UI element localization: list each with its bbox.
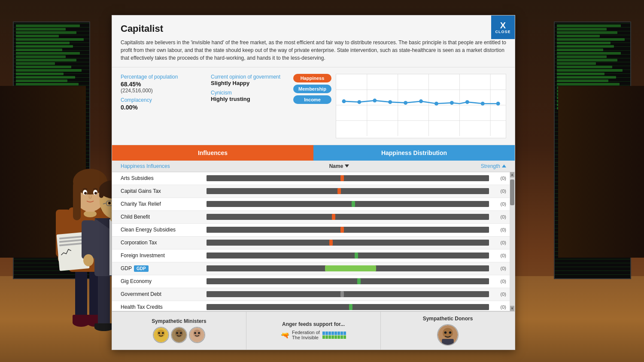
minister-avatar-1[interactable] <box>153 327 169 343</box>
population-sub: (224,516,000) <box>121 88 198 94</box>
influence-row[interactable]: Gig Economy(0) <box>112 275 515 288</box>
anger-section: 🔫 Federation of The Invisible <box>281 330 346 340</box>
influence-name: Capital Gains Tax <box>121 188 207 194</box>
svg-point-73 <box>162 332 164 334</box>
influence-value: (0) <box>489 266 506 271</box>
influence-name: Government Debt <box>121 291 207 297</box>
influences-list[interactable]: Arts Subsidies(0)Capital Gains Tax(0)Cha… <box>112 172 515 311</box>
svg-point-66 <box>450 101 454 105</box>
influence-row[interactable]: GDPGDP(0) <box>112 262 515 275</box>
stats-section: Percentage of population 68.45% (224,516… <box>112 67 515 145</box>
tab-happiness-distribution[interactable]: Happiness Distribution <box>313 145 515 161</box>
influence-name: Clean Energy Subsidies <box>121 227 207 233</box>
scroll-down-button[interactable]: ▼ <box>510 306 514 311</box>
sort-up-arrow <box>502 164 506 167</box>
svg-point-59 <box>342 99 346 103</box>
sort-down-arrow <box>345 164 349 167</box>
ministers-avatars <box>153 327 205 343</box>
influence-row[interactable]: Arts Subsidies(0) <box>112 172 515 185</box>
scroll-up-button[interactable]: ▲ <box>510 172 514 177</box>
svg-point-22 <box>93 190 97 195</box>
influence-name: Gig Economy <box>121 278 207 284</box>
influence-row[interactable]: Child Benefit(0) <box>112 211 515 224</box>
svg-point-69 <box>496 102 500 106</box>
influence-bar-container <box>207 214 489 220</box>
anger-org-text: Federation of The Invisible <box>292 330 320 340</box>
opinion-value: Slightly Happy <box>211 80 280 86</box>
chart-area: Happiness Membership Income <box>293 74 506 138</box>
income-chart-btn[interactable]: Income <box>293 95 331 104</box>
svg-point-67 <box>465 100 469 104</box>
influence-bar-container <box>207 201 489 207</box>
gdp-tooltip: GDP <box>134 265 149 272</box>
svg-point-76 <box>176 332 178 334</box>
influence-bar-fill <box>325 265 376 271</box>
table-header-strength[interactable]: Strength <box>472 163 506 169</box>
influence-row[interactable]: Government Debt(0) <box>112 288 515 301</box>
complacency-value: 0.00% <box>121 104 198 111</box>
influence-bar-container <box>207 278 489 284</box>
svg-point-80 <box>194 332 196 334</box>
donors-title: Sympathetic Donors <box>423 316 473 322</box>
svg-rect-86 <box>442 339 454 345</box>
influence-bar-container <box>207 304 489 310</box>
tab-influences[interactable]: Influences <box>112 145 313 161</box>
population-stat: Percentage of population 68.45% (224,516… <box>121 74 198 138</box>
influence-name: Charity Tax Relief <box>121 201 207 207</box>
svg-line-47 <box>103 203 106 204</box>
table-header-name-col[interactable]: Name <box>207 163 472 169</box>
minister-avatar-2[interactable] <box>171 327 187 343</box>
close-x-icon: X <box>500 21 506 30</box>
svg-point-61 <box>373 99 377 103</box>
opinion-section: Current opinion of government Slightly H… <box>211 74 280 138</box>
influence-bar-container <box>207 252 489 259</box>
population-value: 68.45% <box>121 81 198 88</box>
influence-row[interactable]: Capital Gains Tax(0) <box>112 185 515 198</box>
seats-left <box>0 86 86 258</box>
influence-row[interactable]: Corporation Tax(0) <box>112 237 515 249</box>
influence-row[interactable]: Clean Energy Subsidies(0) <box>112 224 515 237</box>
influence-name: GDPGDP <box>121 265 207 271</box>
svg-point-81 <box>198 332 200 334</box>
influence-row[interactable]: Charity Tax Relief(0) <box>112 198 515 211</box>
complacency-label: Complacency <box>121 97 198 103</box>
tabs-row: Influences Happiness Distribution <box>112 145 515 161</box>
happiness-chart-btn[interactable]: Happiness <box>293 74 331 82</box>
influence-bar-fill <box>340 291 344 297</box>
mini-chart <box>336 74 506 138</box>
population-label: Percentage of population <box>121 74 198 80</box>
svg-point-60 <box>357 100 361 104</box>
anger-bars <box>322 332 346 339</box>
svg-point-85 <box>449 332 452 334</box>
scroll-thumb[interactable] <box>510 179 514 205</box>
svg-point-49 <box>108 202 111 204</box>
minister-avatar-3[interactable] <box>189 327 205 343</box>
donor-avatar-1[interactable] <box>437 324 459 346</box>
seats-right <box>558 86 644 258</box>
influence-row[interactable]: Foreign Investment(0) <box>112 249 515 262</box>
cynicism-label: Cynicism <box>211 90 280 96</box>
membership-chart-btn[interactable]: Membership <box>293 85 331 93</box>
influence-bar-container <box>207 175 489 181</box>
dialog-box: X CLOSE Capitalist Capitalists are belie… <box>112 15 515 350</box>
influence-bar-fill <box>337 188 341 194</box>
anger-title: Anger feeds support for... <box>282 321 345 327</box>
ministers-col: Sympathetic Ministers <box>112 312 246 350</box>
close-button[interactable]: X CLOSE <box>491 15 515 39</box>
svg-point-72 <box>158 332 160 334</box>
scrollbar-track[interactable]: ▲▼ <box>510 172 515 311</box>
influence-bar-container <box>207 227 489 233</box>
influence-bar-container <box>207 265 489 271</box>
influence-bar-fill <box>340 227 344 233</box>
influence-name: Corporation Tax <box>121 240 207 246</box>
svg-point-62 <box>388 100 392 104</box>
influence-name: Arts Subsidies <box>121 175 207 181</box>
influence-name: Child Benefit <box>121 214 207 220</box>
gun-icon: 🔫 <box>281 331 289 339</box>
bottom-section: Sympathetic Ministers <box>112 311 515 350</box>
influence-row[interactable]: Health Tax Credits(0) <box>112 301 515 311</box>
ministers-title: Sympathetic Ministers <box>152 318 206 324</box>
influence-value: (0) <box>489 253 506 258</box>
table-header-happiness-influences: Happiness Influences <box>121 163 207 169</box>
table-header: Happiness Influences Name Strength <box>112 161 515 172</box>
